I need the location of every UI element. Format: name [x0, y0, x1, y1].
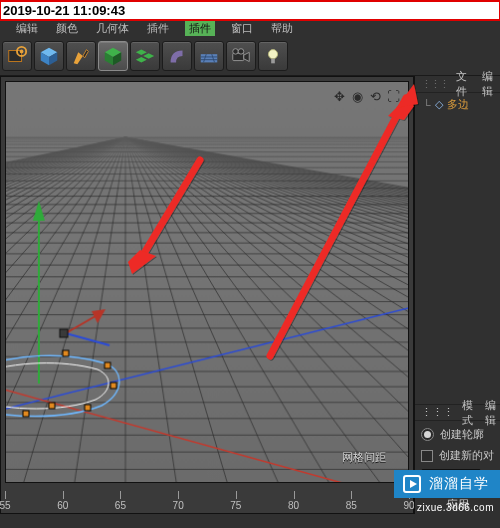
- create-outline-row[interactable]: 创建轮廓: [421, 427, 500, 442]
- menu-item[interactable]: 帮助: [269, 21, 295, 36]
- cube-icon[interactable]: [34, 41, 64, 71]
- brand-badge: 溜溜自学: [394, 470, 500, 498]
- main-toolbar: [0, 36, 500, 76]
- bend-icon[interactable]: [162, 41, 192, 71]
- ruler-label: 90: [403, 500, 414, 511]
- svg-rect-22: [271, 58, 275, 63]
- timeline-ruler[interactable]: 5560657075808590: [5, 487, 409, 511]
- deformer-icon[interactable]: [98, 41, 128, 71]
- attribute-tabs: ⋮⋮⋮ 模式 编辑: [415, 404, 500, 421]
- svg-point-19: [238, 48, 244, 54]
- brand-url: zixue.3d66.com: [417, 502, 494, 513]
- radio-icon[interactable]: [421, 428, 434, 441]
- main-area: ✥ ◉ ⟲ ⛶ 网格间距 5560657075808590: [0, 76, 414, 514]
- svg-marker-20: [244, 52, 250, 61]
- polygon-object-icon: ◇: [435, 98, 443, 111]
- ruler-label: 85: [346, 500, 357, 511]
- checkbox-icon[interactable]: [421, 450, 433, 462]
- object-list[interactable]: └ ◇ 多边: [415, 93, 500, 116]
- viewport-hud: ✥ ◉ ⟲ ⛶: [331, 89, 401, 104]
- right-panel: ⋮⋮⋮ 文件 编辑 └ ◇ 多边 ⋮⋮⋮ 模式 编辑 创建轮廓 创建新的对 cm…: [414, 76, 500, 514]
- rotate-icon[interactable]: ⟲: [367, 89, 383, 104]
- ruler-label: 75: [230, 500, 241, 511]
- menu-item[interactable]: 窗口: [229, 21, 255, 36]
- menu-item[interactable]: 几何体: [94, 21, 131, 36]
- target-icon[interactable]: ◉: [349, 89, 365, 104]
- object-manager-tabs: ⋮⋮⋮ 文件 编辑: [415, 76, 500, 93]
- menu-item-highlighted[interactable]: 插件: [185, 21, 215, 36]
- svg-rect-12: [201, 54, 218, 62]
- timestamp-text: 2019-10-21 11:09:43: [3, 3, 125, 18]
- pen-icon[interactable]: [66, 41, 96, 71]
- ruler-label: 60: [57, 500, 68, 511]
- timestamp-bar: 2019-10-21 11:09:43: [0, 0, 500, 21]
- menu-item[interactable]: 颜色: [54, 21, 80, 36]
- film-gear-icon[interactable]: [2, 41, 32, 71]
- svg-point-21: [268, 49, 277, 58]
- floor-icon[interactable]: [194, 41, 224, 71]
- viewport-3d[interactable]: ✥ ◉ ⟲ ⛶ 网格间距: [5, 81, 409, 483]
- object-row[interactable]: └ ◇ 多边: [423, 97, 498, 112]
- svg-point-2: [20, 49, 24, 53]
- svg-marker-9: [136, 49, 147, 55]
- menu-item[interactable]: 插件: [145, 21, 171, 36]
- ruler-label: 65: [115, 500, 126, 511]
- grip-icon: ⋮⋮⋮: [421, 406, 454, 419]
- ruler-label: 70: [173, 500, 184, 511]
- menu-bar: 编辑 颜色 几何体 插件 插件 窗口 帮助: [0, 21, 500, 36]
- create-new-object-label: 创建新的对: [439, 448, 494, 463]
- svg-marker-10: [143, 53, 154, 59]
- svg-point-18: [233, 48, 239, 54]
- create-new-object-row[interactable]: 创建新的对: [421, 448, 500, 463]
- ruler-label: 55: [0, 500, 11, 511]
- light-icon[interactable]: [258, 41, 288, 71]
- viewport-status-label: 网格间距: [342, 450, 386, 465]
- object-name[interactable]: 多边: [447, 97, 469, 112]
- camera-icon[interactable]: [226, 41, 256, 71]
- tree-branch-icon: └: [423, 99, 431, 111]
- grip-icon: ⋮⋮⋮: [421, 78, 448, 91]
- create-outline-label: 创建轮廓: [440, 427, 484, 442]
- brand-title: 溜溜自学: [429, 475, 489, 493]
- play-icon: [403, 475, 421, 493]
- move-icon[interactable]: ✥: [331, 89, 347, 104]
- menu-item[interactable]: 编辑: [14, 21, 40, 36]
- array-icon[interactable]: [130, 41, 160, 71]
- ruler-label: 80: [288, 500, 299, 511]
- svg-marker-11: [136, 56, 147, 61]
- maximize-icon[interactable]: ⛶: [385, 89, 401, 104]
